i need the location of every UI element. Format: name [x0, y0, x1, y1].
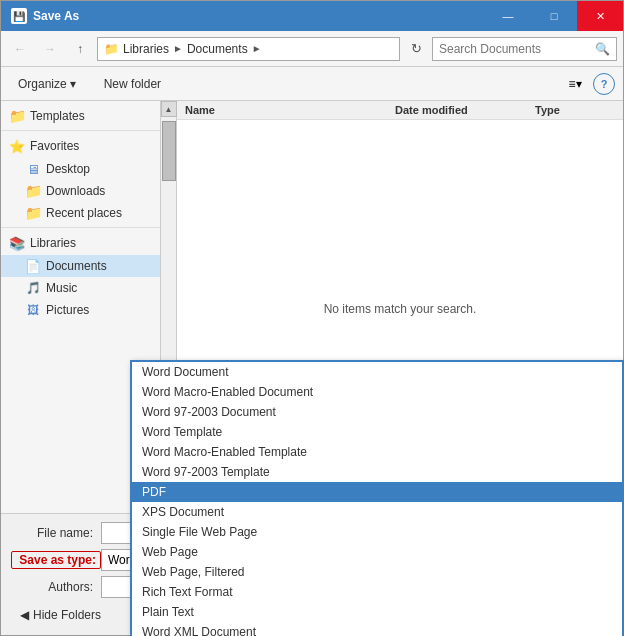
empty-text: No items match your search. — [324, 302, 477, 316]
savetype-dropdown[interactable]: Word DocumentWord Macro-Enabled Document… — [130, 360, 624, 636]
search-icon: 🔍 — [595, 42, 610, 56]
sidebar-item-downloads[interactable]: 📁 Downloads — [1, 180, 160, 202]
scroll-thumb[interactable] — [162, 121, 176, 181]
favorites-icon: ⭐ — [9, 138, 25, 154]
authors-label: Authors: — [11, 580, 101, 594]
up-button[interactable]: ↑ — [67, 37, 93, 61]
dropdown-item-6[interactable]: PDF — [132, 482, 622, 502]
sidebar-favorites-header[interactable]: ⭐ Favorites — [1, 134, 160, 158]
documents-icon: 📄 — [25, 258, 41, 274]
help-icon: ? — [601, 78, 608, 90]
path-documents: Documents — [187, 42, 248, 56]
dropdown-item-3[interactable]: Word Template — [132, 422, 622, 442]
templates-folder-icon: 📁 — [9, 108, 25, 124]
hide-folders-icon: ◀ — [20, 608, 29, 622]
recent-places-icon: 📁 — [25, 205, 41, 221]
address-path[interactable]: 📁 Libraries ► Documents ► — [97, 37, 400, 61]
dropdown-item-9[interactable]: Web Page — [132, 542, 622, 562]
path-libraries: Libraries — [123, 42, 169, 56]
dropdown-item-8[interactable]: Single File Web Page — [132, 522, 622, 542]
music-icon: 🎵 — [25, 280, 41, 296]
filename-label: File name: — [11, 526, 101, 540]
savetype-label: Save as type: — [11, 551, 101, 569]
path-separator-2: ► — [252, 43, 262, 54]
refresh-button[interactable]: ↻ — [404, 37, 428, 61]
dropdown-item-10[interactable]: Web Page, Filtered — [132, 562, 622, 582]
search-box[interactable]: 🔍 — [432, 37, 617, 61]
back-button[interactable]: ← — [7, 37, 33, 61]
help-button[interactable]: ? — [593, 73, 615, 95]
dropdown-item-13[interactable]: Word XML Document — [132, 622, 622, 636]
sidebar-desktop-label: Desktop — [46, 162, 90, 176]
title-bar: 💾 Save As — □ ✕ — [1, 1, 623, 31]
dropdown-item-7[interactable]: XPS Document — [132, 502, 622, 522]
window-title: Save As — [33, 9, 79, 23]
column-headers: Name Date modified Type — [177, 101, 623, 120]
minimize-button[interactable]: — — [485, 1, 531, 31]
view-button[interactable]: ≡ ▾ — [561, 72, 589, 96]
sidebar-libraries-label: Libraries — [30, 236, 76, 250]
sidebar-divider-1 — [1, 130, 160, 131]
hide-folders-button[interactable]: ◀ Hide Folders — [11, 604, 110, 626]
hide-folders-label: Hide Folders — [33, 608, 101, 622]
dropdown-item-5[interactable]: Word 97-2003 Template — [132, 462, 622, 482]
maximize-button[interactable]: □ — [531, 1, 577, 31]
dropdown-item-12[interactable]: Plain Text — [132, 602, 622, 622]
sidebar-item-pictures[interactable]: 🖼 Pictures — [1, 299, 160, 321]
downloads-icon: 📁 — [25, 183, 41, 199]
sidebar-music-label: Music — [46, 281, 77, 295]
search-input[interactable] — [439, 42, 591, 56]
title-bar-left: 💾 Save As — [11, 8, 79, 24]
sidebar-favorites-label: Favorites — [30, 139, 79, 153]
sidebar-templates-label: Templates — [30, 109, 85, 123]
sidebar-libraries-header[interactable]: 📚 Libraries — [1, 231, 160, 255]
col-header-name[interactable]: Name — [185, 104, 395, 116]
new-folder-button[interactable]: New folder — [93, 73, 172, 95]
close-button[interactable]: ✕ — [577, 1, 623, 31]
dropdown-item-2[interactable]: Word 97-2003 Document — [132, 402, 622, 422]
new-folder-label: New folder — [104, 77, 161, 91]
col-header-date[interactable]: Date modified — [395, 104, 535, 116]
pictures-icon: 🖼 — [25, 302, 41, 318]
view-arrow-icon: ▾ — [576, 77, 582, 91]
sidebar-documents-label: Documents — [46, 259, 107, 273]
scroll-up-arrow[interactable]: ▲ — [161, 101, 177, 117]
view-icon: ≡ — [568, 77, 575, 91]
sidebar-downloads-label: Downloads — [46, 184, 105, 198]
toolbar-right: ≡ ▾ ? — [561, 72, 615, 96]
forward-button[interactable]: → — [37, 37, 63, 61]
organize-label: Organize — [18, 77, 67, 91]
sidebar-item-recent-places[interactable]: 📁 Recent places — [1, 202, 160, 224]
sidebar-item-documents[interactable]: 📄 Documents — [1, 255, 160, 277]
dropdown-item-11[interactable]: Rich Text Format — [132, 582, 622, 602]
window-icon: 💾 — [11, 8, 27, 24]
path-separator-1: ► — [173, 43, 183, 54]
toolbar: Organize ▾ New folder ≡ ▾ ? — [1, 67, 623, 101]
sidebar-item-desktop[interactable]: 🖥 Desktop — [1, 158, 160, 180]
path-part-folder-icon: 📁 — [104, 42, 119, 56]
title-controls: — □ ✕ — [485, 1, 623, 31]
desktop-icon: 🖥 — [25, 161, 41, 177]
libraries-icon: 📚 — [9, 235, 25, 251]
dropdown-item-1[interactable]: Word Macro-Enabled Document — [132, 382, 622, 402]
dropdown-item-4[interactable]: Word Macro-Enabled Template — [132, 442, 622, 462]
col-header-type[interactable]: Type — [535, 104, 615, 116]
sidebar-item-templates[interactable]: 📁 Templates — [1, 105, 160, 127]
organize-button[interactable]: Organize ▾ — [9, 73, 85, 95]
sidebar-pictures-label: Pictures — [46, 303, 89, 317]
sidebar-recent-places-label: Recent places — [46, 206, 122, 220]
sidebar-item-music[interactable]: 🎵 Music — [1, 277, 160, 299]
address-bar: ← → ↑ 📁 Libraries ► Documents ► ↻ 🔍 — [1, 31, 623, 67]
sidebar-divider-2 — [1, 227, 160, 228]
organize-arrow-icon: ▾ — [70, 77, 76, 91]
dropdown-item-0[interactable]: Word Document — [132, 362, 622, 382]
